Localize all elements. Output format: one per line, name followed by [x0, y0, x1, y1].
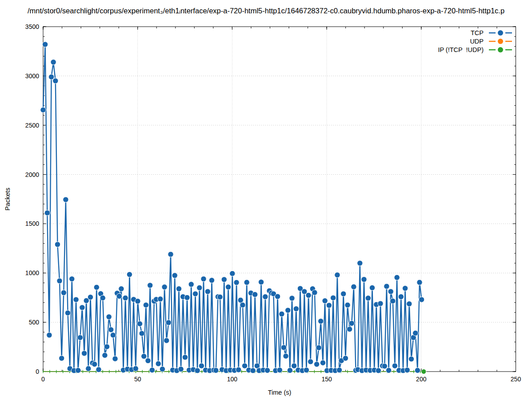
- x-tick-label: 250: [511, 376, 521, 383]
- plot-border: [43, 27, 516, 372]
- x-tick-label: 150: [321, 376, 332, 383]
- y-tick-label: 1000: [25, 269, 39, 276]
- plot-window: /mnt/stor0/searchlight/corpus/experiment…: [0, 0, 532, 400]
- x-tick-label: 200: [416, 376, 427, 383]
- legend-item-tcp: TCP: [471, 29, 512, 36]
- y-tick-label: 3500: [25, 23, 39, 30]
- chart-title: /mnt/stor0/searchlight/corpus/experiment…: [0, 6, 532, 16]
- x-tick-label: 0: [41, 376, 45, 383]
- y-tick-label: 3000: [25, 72, 39, 80]
- chart-canvas: 0501001502002500500100015002000250030003…: [0, 0, 532, 400]
- legend-marker-dot: [498, 47, 503, 52]
- legend-label: TCP: [471, 29, 484, 36]
- series-ip-end-dot: [421, 369, 426, 374]
- legend-marker-dot: [498, 30, 503, 36]
- y-tick-label: 0: [36, 368, 39, 375]
- legend-item-ip-tcp-udp-: IP (!TCP !UDP): [438, 46, 512, 53]
- x-axis-label: Time (s): [268, 389, 292, 396]
- y-tick-label: 2000: [25, 171, 39, 178]
- legend: TCPUDPIP (!TCP !UDP): [438, 29, 512, 53]
- y-tick-label: 1500: [25, 220, 39, 227]
- y-tick-label: 500: [29, 319, 40, 326]
- legend-marker-dot: [498, 39, 503, 44]
- x-tick-label: 50: [134, 376, 141, 383]
- legend-label: IP (!TCP !UDP): [438, 46, 484, 53]
- y-tick-label: 2500: [25, 122, 39, 129]
- gridlines: [43, 27, 516, 372]
- legend-label: UDP: [470, 38, 484, 45]
- legend-item-udp: UDP: [470, 38, 512, 45]
- axis-ticks: [43, 27, 516, 372]
- x-tick-label: 100: [227, 376, 238, 383]
- y-axis-label: Packets: [4, 188, 11, 211]
